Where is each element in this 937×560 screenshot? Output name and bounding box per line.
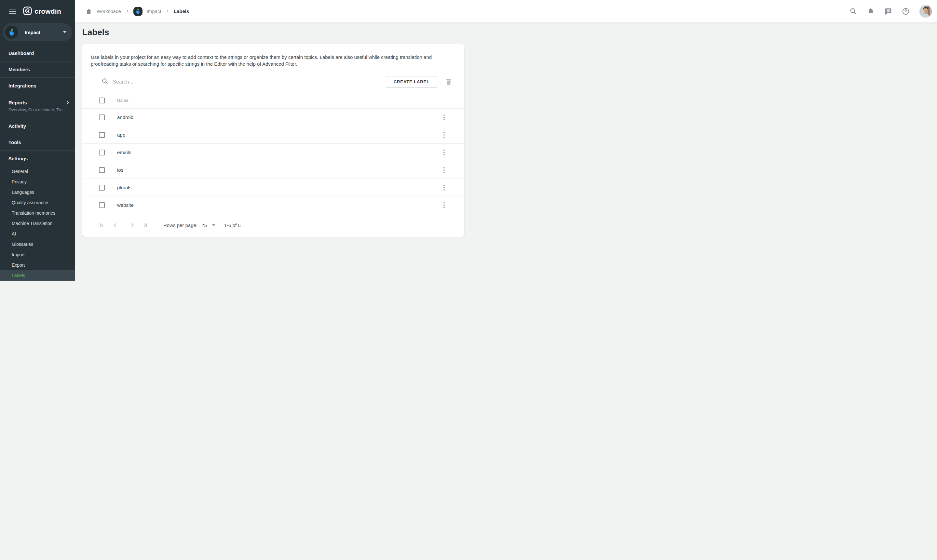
row-menu-kebab-icon[interactable] [440, 166, 448, 174]
table-header: Name [82, 92, 464, 109]
sidebar-item-labels[interactable]: Labels [0, 270, 75, 280]
pagination-range: 1-6 of 6 [224, 222, 241, 228]
sidebar-item-members[interactable]: Members [0, 62, 75, 78]
row-menu-kebab-icon[interactable] [440, 114, 448, 121]
labels-card: Use labels in your project for an easy w… [82, 44, 464, 237]
caret-down-icon [63, 31, 66, 33]
row-menu-kebab-icon[interactable] [440, 149, 448, 157]
sidebar-item-reports[interactable]: Reports Overview, Cost estimate, Transl… [0, 94, 75, 118]
create-label-button[interactable]: CREATE LABEL [386, 76, 437, 88]
caret-down-icon [212, 225, 216, 226]
search-input[interactable] [113, 79, 249, 85]
crowdin-logo-text: crowdin [34, 8, 61, 15]
row-menu-kebab-icon[interactable] [440, 184, 448, 192]
sidebar-item-activity[interactable]: Activity [0, 118, 75, 134]
rows-per-page-label: Rows per page: [163, 222, 197, 228]
sidebar-item-ai[interactable]: AI [0, 229, 75, 239]
label-name: ios [117, 167, 440, 173]
row-checkbox[interactable] [99, 149, 105, 155]
sidebar-item-integrations[interactable]: Integrations [0, 78, 75, 94]
row-checkbox[interactable] [99, 114, 105, 120]
table-row: android [82, 109, 464, 126]
chevron-right-icon [166, 8, 170, 14]
project-switcher[interactable]: Impact [3, 23, 72, 41]
label-name: website [117, 202, 440, 208]
pagination: Rows per page: 25 1-6 of 6 [82, 214, 464, 237]
project-name: Impact [25, 29, 63, 35]
sidebar-item-quality-assurance[interactable]: Quality assurance [0, 197, 75, 208]
page-title: Labels [82, 27, 468, 37]
sidebar-section-settings: Settings [0, 151, 75, 166]
sidebar-item-privacy[interactable]: Privacy [0, 177, 75, 187]
search-field [102, 78, 386, 86]
hamburger-menu-icon[interactable] [9, 7, 17, 15]
topbar: Workspace Impact Labels [75, 0, 468, 23]
row-menu-kebab-icon[interactable] [440, 131, 448, 139]
breadcrumb-project[interactable]: Impact [147, 8, 161, 14]
search-icon [102, 78, 108, 86]
reports-subtitle: Overview, Cost estimate, Transl… [8, 107, 68, 112]
row-checkbox[interactable] [99, 185, 105, 191]
column-header-name: Name [117, 98, 128, 103]
last-page-button[interactable] [141, 222, 149, 229]
label-name: emails [117, 149, 440, 155]
row-checkbox[interactable] [99, 132, 105, 138]
chevron-right-icon [65, 100, 69, 105]
label-name: plurals [117, 185, 440, 190]
table-row: plurals [82, 179, 464, 197]
labels-description: Use labels in your project for an easy w… [82, 44, 457, 67]
sidebar-item-dashboard[interactable]: Dashboard [0, 45, 75, 62]
table-row: website [82, 197, 464, 214]
sidebar-item-languages[interactable]: Languages [0, 187, 75, 197]
labels-toolbar: CREATE LABEL [82, 72, 464, 92]
breadcrumb: Workspace Impact Labels [85, 7, 189, 16]
breadcrumb-project-avatar[interactable] [133, 7, 142, 16]
sidebar-header: crowdin [0, 0, 75, 23]
sidebar-item-machine-translation[interactable]: Machine Translation [0, 218, 75, 229]
table-row: emails [82, 144, 464, 161]
table-row: app [82, 126, 464, 144]
row-menu-kebab-icon[interactable] [440, 201, 448, 209]
label-name: app [117, 132, 440, 138]
sidebar-item-glossaries[interactable]: Glossaries [0, 239, 75, 249]
sidebar-item-export[interactable]: Export [0, 260, 75, 270]
row-checkbox[interactable] [99, 167, 105, 173]
sidebar-item-import[interactable]: Import [0, 249, 75, 260]
home-icon[interactable] [85, 8, 92, 15]
breadcrumb-workspace[interactable]: Workspace [97, 8, 121, 14]
row-checkbox[interactable] [99, 202, 105, 208]
project-avatar [5, 26, 18, 39]
sidebar-item-general[interactable]: General [0, 166, 75, 177]
first-page-button[interactable] [98, 222, 106, 229]
breadcrumb-current-page: Labels [174, 8, 190, 14]
crowdin-logo[interactable]: crowdin [23, 6, 61, 17]
main-content: Labels Use labels in your project for an… [75, 0, 468, 237]
sidebar: crowdin Impact Dashboard Members Integra… [0, 0, 75, 280]
crowdin-logo-icon [23, 6, 32, 17]
chevron-right-icon [125, 8, 129, 14]
sidebar-item-translation-memories[interactable]: Translation memories [0, 208, 75, 218]
sidebar-item-tools[interactable]: Tools [0, 134, 75, 151]
rows-per-page-select[interactable]: 25 [201, 222, 216, 228]
sidebar-nav: Dashboard Members Integrations Reports O… [0, 45, 75, 280]
label-name: android [117, 114, 440, 120]
previous-page-button[interactable] [111, 222, 119, 229]
next-page-button[interactable] [128, 222, 136, 229]
delete-trash-icon[interactable] [445, 78, 453, 86]
select-all-checkbox[interactable] [99, 98, 105, 103]
table-row: ios [82, 161, 464, 179]
